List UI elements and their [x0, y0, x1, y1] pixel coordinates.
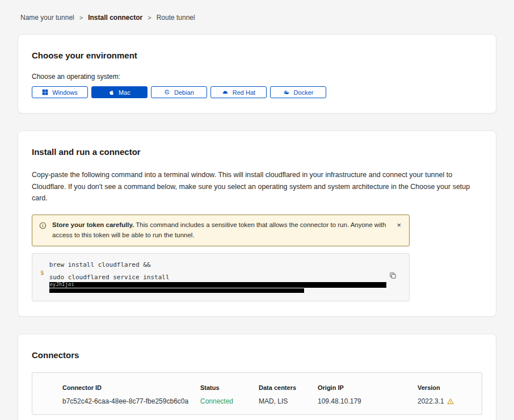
breadcrumb-separator: > [79, 14, 83, 21]
cell-data-centers: MAD, LIS [259, 397, 318, 405]
redacted-token-line-2 [49, 288, 304, 293]
cell-version: 2022.3.1 [418, 397, 470, 405]
breadcrumb-name-your-tunnel[interactable]: Name your tunnel [20, 14, 74, 22]
os-button-label: Debian [174, 89, 194, 96]
header-version: Version [418, 384, 470, 391]
os-button-label: Docker [294, 89, 314, 96]
os-button-debian[interactable]: Debian [151, 86, 207, 98]
status-badge: Connected [200, 397, 259, 405]
tunnel-setup-page: Name your tunnel > Install connector > R… [18, 0, 496, 420]
environment-card: Choose your environment Choose an operat… [18, 34, 496, 114]
os-button-redhat[interactable]: Red Hat [210, 86, 267, 98]
breadcrumb-separator: > [148, 14, 151, 21]
install-command-block: $ brew install cloudflared && sudo cloud… [32, 253, 410, 301]
os-select-label: Choose an operating system: [32, 73, 482, 81]
install-connector-card: Install and run a connector Copy-paste t… [18, 131, 496, 317]
redhat-icon [222, 89, 229, 95]
breadcrumb-install-connector[interactable]: Install connector [88, 14, 142, 22]
os-button-label: Red Hat [233, 89, 255, 96]
connectors-table: Connector ID Status Data centers Origin … [32, 372, 482, 415]
header-data-centers: Data centers [259, 384, 318, 391]
os-button-group: Windows Mac Debian Red Hat [32, 86, 482, 98]
info-icon [39, 221, 47, 232]
install-description: Copy-paste the following command into a … [32, 169, 482, 204]
copy-icon[interactable] [389, 272, 397, 281]
command-line-1: brew install cloudflared && [49, 261, 386, 268]
table-header-row: Connector ID Status Data centers Origin … [62, 384, 470, 391]
breadcrumb-route-tunnel: Route tunnel [157, 14, 195, 22]
version-number: 2022.3.1 [418, 397, 444, 405]
token-warning-alert: Store your token carefully. This command… [32, 215, 410, 246]
header-status: Status [200, 384, 259, 391]
close-icon[interactable]: × [395, 221, 402, 229]
token-warning-text: Store your token carefully. This command… [52, 220, 390, 241]
install-card-title: Install and run a connector [32, 147, 482, 157]
command-line-2: sudo cloudflared service install [49, 274, 386, 281]
os-button-mac[interactable]: Mac [91, 86, 148, 98]
windows-icon [42, 89, 48, 95]
cell-connector-id: b7c52c42-6caa-48ee-8c77-fbe259cb6c0a [62, 397, 200, 405]
warning-icon [447, 398, 454, 405]
docker-icon [283, 89, 290, 95]
header-connector-id: Connector ID [62, 384, 200, 391]
breadcrumb: Name your tunnel > Install connector > R… [20, 14, 496, 22]
header-origin-ip: Origin IP [318, 384, 418, 391]
os-button-docker[interactable]: Docker [270, 86, 326, 98]
token-warning-bold: Store your token carefully. [52, 221, 134, 228]
connectors-card-title: Connectors [32, 350, 482, 360]
redacted-token-line-1: eyJhIjoi [49, 282, 386, 288]
cell-origin-ip: 109.48.10.179 [318, 397, 418, 405]
debian-icon [164, 89, 170, 95]
environment-card-title: Choose your environment [32, 51, 482, 60]
os-button-label: Windows [52, 89, 78, 96]
apple-icon [108, 89, 115, 96]
terminal-prompt: $ [40, 269, 44, 284]
os-button-windows[interactable]: Windows [32, 86, 88, 98]
connectors-card: Connectors Connector ID Status Data cent… [18, 334, 496, 420]
token-prefix: eyJhIjoi [49, 282, 74, 287]
install-command: brew install cloudflared && sudo cloudfl… [49, 261, 386, 293]
table-row: b7c52c42-6caa-48ee-8c77-fbe259cb6c0a Con… [62, 397, 470, 405]
os-button-label: Mac [119, 89, 130, 96]
